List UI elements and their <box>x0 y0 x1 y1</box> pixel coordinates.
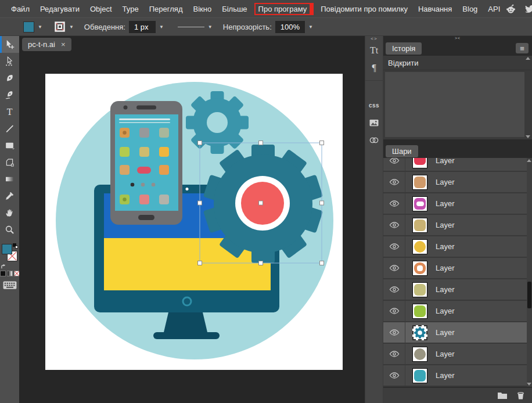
menu-item-7[interactable]: Про програму <box>254 3 314 15</box>
transform-handle[interactable] <box>320 261 324 265</box>
menu-item-10[interactable]: Blog <box>457 3 483 15</box>
artboard[interactable] <box>45 74 343 370</box>
layer-thumbnail[interactable] <box>412 158 427 168</box>
layer-visibility-toggle[interactable] <box>383 279 405 300</box>
tab-layers[interactable]: Шари <box>386 145 418 157</box>
opacity-value[interactable]: 100% <box>275 21 305 33</box>
layer-visibility-toggle[interactable] <box>383 301 405 321</box>
layer-thumbnail[interactable] <box>412 261 427 276</box>
tab-close-icon[interactable]: × <box>61 41 66 48</box>
circles-panel-icon[interactable] <box>365 131 383 149</box>
menu-item-4[interactable]: Перегляд <box>144 3 188 15</box>
layer-visibility-toggle[interactable] <box>383 344 405 364</box>
layer-row-3[interactable]: Layer <box>383 215 532 236</box>
menu-item-2[interactable]: Object <box>85 3 117 15</box>
opacity-dropdown-icon[interactable]: ▼ <box>305 24 317 30</box>
new-folder-icon[interactable] <box>497 391 508 400</box>
gradient-tool[interactable] <box>0 171 19 188</box>
reddit-icon[interactable] <box>505 3 516 15</box>
panels-collapse-handle[interactable]: >< <box>383 36 532 41</box>
line-tool[interactable] <box>0 120 19 137</box>
history-scroll-down-icon[interactable] <box>526 135 530 138</box>
menu-item-11[interactable]: API <box>483 3 505 15</box>
gradient-fill-swatch[interactable] <box>7 271 13 276</box>
layer-thumbnail[interactable] <box>412 325 427 340</box>
layer-thumbnail[interactable] <box>412 347 427 362</box>
layer-row-2[interactable]: Layer <box>383 193 532 215</box>
layer-visibility-toggle[interactable] <box>383 158 405 171</box>
layers-scroll-up-icon[interactable] <box>527 159 531 162</box>
color-picker-widget[interactable] <box>1 243 19 268</box>
layer-row-10[interactable]: Layer <box>383 365 532 387</box>
no-fill-swatch[interactable] <box>14 271 20 276</box>
direct-selection-tool[interactable] <box>0 53 19 70</box>
image-panel-icon[interactable] <box>365 114 383 131</box>
transform-handle[interactable] <box>320 141 324 145</box>
layers-scrollbar[interactable] <box>527 158 532 387</box>
stroke-width-dropdown-icon[interactable]: ▼ <box>156 24 167 30</box>
layer-thumbnail[interactable] <box>412 304 427 319</box>
layer-visibility-toggle[interactable] <box>383 365 405 386</box>
history-menu-icon[interactable]: ≡ <box>516 43 529 53</box>
move-tool[interactable] <box>0 36 19 53</box>
transform-tool[interactable] <box>0 154 19 171</box>
layer-visibility-toggle[interactable] <box>383 215 405 235</box>
layer-visibility-toggle[interactable] <box>383 172 405 192</box>
history-item-0[interactable]: Відкрити <box>383 56 532 70</box>
menu-item-5[interactable]: Вікно <box>188 3 217 15</box>
layer-row-6[interactable]: Layer <box>383 279 532 301</box>
layer-thumbnail[interactable] <box>412 196 427 211</box>
layer-thumbnail[interactable] <box>412 368 427 383</box>
layer-visibility-toggle[interactable] <box>383 258 405 278</box>
layer-thumbnail[interactable] <box>412 239 427 254</box>
type-tool[interactable]: T <box>0 103 19 120</box>
document-tab[interactable]: pc-t-n.ai × <box>22 38 71 51</box>
menu-item-8[interactable]: Повідомити про помилку <box>315 3 413 15</box>
free-pen-tool[interactable] <box>0 87 19 103</box>
history-scroll-up-icon[interactable] <box>526 57 530 60</box>
transform-handle[interactable] <box>198 261 202 265</box>
keyboard-shortcuts-icon[interactable] <box>3 281 17 290</box>
layers-scroll-thumb[interactable] <box>527 282 531 308</box>
layer-thumbnail[interactable] <box>412 218 427 233</box>
foreground-color-swatch[interactable] <box>2 244 12 254</box>
layer-row-4[interactable]: Layer <box>383 236 532 258</box>
layer-visibility-toggle[interactable] <box>383 193 405 214</box>
delete-layer-icon[interactable] <box>516 391 525 400</box>
pen-tool[interactable] <box>0 70 19 87</box>
strip-collapse-handle[interactable]: <> <box>371 36 377 42</box>
menu-item-9[interactable]: Навчання <box>413 3 457 15</box>
transform-handle[interactable] <box>198 201 202 205</box>
line-style-preview[interactable] <box>178 21 204 32</box>
layer-visibility-toggle[interactable] <box>383 236 405 257</box>
menu-item-0[interactable]: Файл <box>6 3 35 15</box>
line-style-dropdown-icon[interactable]: ▼ <box>204 24 216 30</box>
menu-item-3[interactable]: Type <box>117 3 144 15</box>
css-panel-icon[interactable]: css <box>365 96 383 114</box>
menu-item-6[interactable]: Більше <box>217 3 252 15</box>
fill-color-swatch[interactable] <box>23 21 34 33</box>
layer-row-0[interactable]: Layer <box>383 158 532 172</box>
menu-item-1[interactable]: Редагувати <box>35 3 85 15</box>
transform-handle[interactable] <box>259 141 263 145</box>
eyedropper-tool[interactable] <box>0 188 19 204</box>
default-colors-icon[interactable] <box>13 243 18 249</box>
layers-scroll-down-icon[interactable] <box>527 383 531 386</box>
transform-handle[interactable] <box>198 141 202 145</box>
transform-handle[interactable] <box>259 261 263 265</box>
stroke-style-icon[interactable] <box>54 21 66 33</box>
twitter-icon[interactable] <box>524 3 532 15</box>
tab-history[interactable]: Історія <box>386 42 422 55</box>
stroke-width-value[interactable]: 1 px <box>129 21 156 33</box>
layer-row-8-selected[interactable]: Layer <box>383 322 532 344</box>
paragraph-panel-icon[interactable]: ¶ <box>365 59 383 77</box>
layer-thumbnail[interactable] <box>412 282 427 297</box>
transform-handle[interactable] <box>259 201 263 205</box>
layer-visibility-toggle[interactable] <box>383 322 405 343</box>
layer-row-5[interactable]: Layer <box>383 258 532 279</box>
transform-handle[interactable] <box>320 201 324 205</box>
stroke-style-dropdown-icon[interactable]: ▼ <box>66 24 77 30</box>
layer-row-1[interactable]: Layer <box>383 172 532 193</box>
fill-color-dropdown-icon[interactable]: ▼ <box>34 24 46 30</box>
hand-tool[interactable] <box>0 204 19 221</box>
